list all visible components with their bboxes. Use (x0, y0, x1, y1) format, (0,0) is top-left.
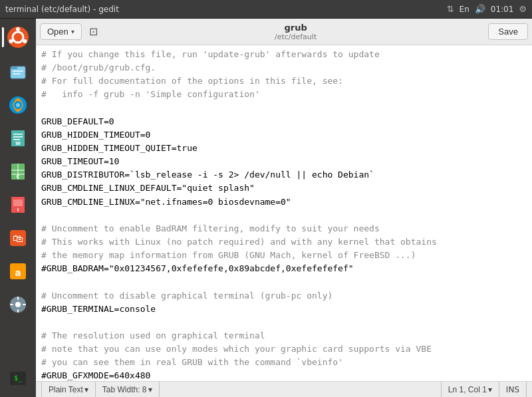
svg-point-3 (23, 39, 27, 43)
titlebar-title: terminal (etc/default) - gedit (5, 5, 119, 14)
status-right: Ln 1, Col 1 ▾ INS (441, 382, 527, 397)
tab-width-button[interactable]: Tab Width: 8 ▾ (102, 385, 152, 394)
editor-area[interactable]: # If you change this file, run 'update-g… (36, 45, 532, 381)
sidebar-item-settings[interactable] (2, 289, 34, 321)
svg-rect-14 (13, 136, 23, 138)
main-layout: W C I 🛍 (0, 19, 532, 397)
clock: 01:01 (491, 5, 514, 14)
svg-text:W: W (15, 141, 21, 146)
plain-text-status[interactable]: Plain Text ▾ (41, 382, 96, 397)
sidebar-item-files[interactable] (2, 56, 34, 88)
plain-text-arrow: ▾ (84, 385, 88, 394)
statusbar: Plain Text ▾ Tab Width: 8 ▾ Ln 1, Col 1 … (36, 381, 532, 397)
svg-rect-7 (13, 70, 23, 72)
svg-rect-34 (23, 304, 26, 305)
titlebar-right: ⇅ En 🔊 01:01 ⚙ (447, 4, 527, 14)
svg-rect-13 (13, 134, 23, 135)
sidebar-item-firefox[interactable] (2, 89, 34, 121)
position-status[interactable]: Ln 1, Col 1 ▾ (441, 382, 499, 397)
save-button[interactable]: Save (488, 23, 528, 40)
svg-text:a: a (15, 267, 21, 278)
svg-text:C: C (16, 174, 19, 180)
plain-text-button[interactable]: Plain Text ▾ (49, 385, 88, 394)
svg-rect-23 (13, 199, 23, 206)
svg-point-2 (16, 27, 20, 31)
svg-rect-15 (13, 139, 20, 140)
gear-icon[interactable]: ⚙ (519, 4, 527, 14)
sidebar-item-ubuntu[interactable] (2, 21, 34, 53)
titlebar: terminal (etc/default) - gedit ⇅ En 🔊 01… (0, 0, 532, 19)
sidebar-item-libreoffice-calc[interactable]: C (2, 156, 34, 188)
tab-width-label: Tab Width: 8 (102, 385, 147, 394)
recent-files-button[interactable]: ⊡ (84, 23, 103, 41)
position-button[interactable]: Ln 1, Col 1 ▾ (448, 385, 492, 394)
ins-status: INS (499, 382, 527, 397)
svg-point-30 (15, 302, 21, 307)
open-label: Open (47, 27, 68, 37)
content-area: Open ▾ ⊡ grub /etc/default Save # If you… (36, 19, 532, 397)
svg-point-4 (9, 39, 13, 43)
svg-point-11 (16, 103, 20, 107)
open-button[interactable]: Open ▾ (40, 23, 82, 40)
sidebar-item-terminal[interactable]: $_ (2, 362, 34, 394)
svg-text:🛍: 🛍 (13, 232, 23, 245)
sidebar-item-amazon[interactable]: a (2, 255, 34, 287)
svg-rect-33 (10, 304, 13, 305)
plain-text-label: Plain Text (49, 385, 83, 394)
file-path: /etc/default (106, 33, 486, 41)
sidebar: W C I 🛍 (0, 19, 36, 397)
toolbar-title: grub /etc/default (106, 23, 486, 41)
svg-rect-6 (11, 66, 17, 69)
language-indicator: En (460, 5, 469, 14)
tab-width-status[interactable]: Tab Width: 8 ▾ (96, 382, 160, 397)
sort-icon: ⇅ (447, 4, 454, 14)
svg-text:I: I (17, 207, 19, 213)
position-arrow: ▾ (488, 385, 492, 394)
toolbar: Open ▾ ⊡ grub /etc/default Save (36, 19, 532, 45)
sidebar-item-software[interactable]: 🛍 (2, 222, 34, 254)
svg-rect-8 (13, 73, 21, 74)
sidebar-item-libreoffice-impress[interactable]: I (2, 189, 34, 221)
file-name: grub (106, 23, 486, 33)
volume-icon: 🔊 (475, 4, 485, 14)
titlebar-left: terminal (etc/default) - gedit (5, 5, 119, 14)
tab-width-arrow: ▾ (148, 385, 152, 394)
svg-text:$_: $_ (14, 374, 23, 382)
svg-rect-32 (17, 309, 19, 313)
open-dropdown-arrow: ▾ (71, 28, 74, 35)
ins-label: INS (506, 385, 519, 394)
svg-rect-31 (17, 297, 19, 300)
position-label: Ln 1, Col 1 (448, 385, 487, 394)
sidebar-item-libreoffice-writer[interactable]: W (2, 122, 34, 154)
